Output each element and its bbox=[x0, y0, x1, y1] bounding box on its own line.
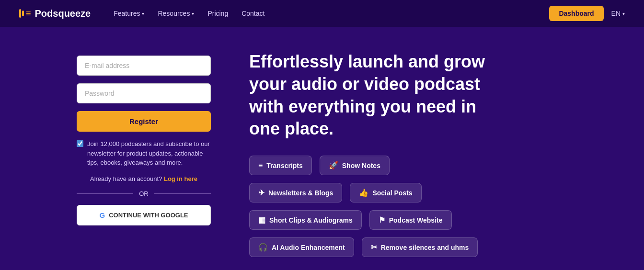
newsletter-consent: Join 12,000 podcasters and subscribe to … bbox=[77, 139, 211, 168]
feature-short-clips: ▦ Short Clips & Audiograms bbox=[249, 210, 362, 230]
password-field[interactable] bbox=[77, 83, 211, 103]
features-row-0: ≡ Transcripts 🚀 Show Notes bbox=[249, 156, 615, 175]
nav-resources[interactable]: Resources ▾ bbox=[158, 10, 194, 17]
feature-transcripts: ≡ Transcripts bbox=[249, 156, 312, 175]
nav-contact[interactable]: Contact bbox=[242, 10, 264, 17]
language-selector[interactable]: EN ▾ bbox=[611, 10, 625, 17]
show-notes-icon: 🚀 bbox=[329, 161, 338, 170]
feature-show-notes: 🚀 Show Notes bbox=[320, 156, 390, 175]
features-row-3: 🎧 AI Audio Enhancement ✂ Remove silences… bbox=[249, 237, 615, 257]
nav-features[interactable]: Features ▾ bbox=[114, 10, 144, 17]
or-divider: OR bbox=[77, 190, 211, 197]
dashboard-button[interactable]: Dashboard bbox=[549, 6, 603, 21]
logo-bar-1 bbox=[19, 9, 21, 18]
chevron-down-icon: ▾ bbox=[192, 11, 194, 16]
podcast-website-icon: ⚑ bbox=[379, 215, 385, 225]
ai-audio-icon: 🎧 bbox=[258, 243, 268, 252]
google-icon: G bbox=[99, 211, 105, 219]
short-clips-icon: ▦ bbox=[258, 215, 265, 225]
chevron-down-icon: ▾ bbox=[142, 11, 144, 16]
newsletters-icon: ✈ bbox=[258, 188, 264, 197]
social-posts-icon: 👍 bbox=[359, 188, 368, 197]
newsletter-text: Join 12,000 podcasters and subscribe to … bbox=[87, 139, 211, 168]
logo[interactable]: ≡ Podsqueeze bbox=[19, 8, 91, 19]
navigation: ≡ Podsqueeze Features ▾ Resources ▾ Pric… bbox=[0, 0, 644, 27]
newsletter-checkbox[interactable] bbox=[77, 140, 83, 147]
features-row-2: ▦ Short Clips & Audiograms ⚑ Podcast Web… bbox=[249, 210, 615, 230]
email-field[interactable] bbox=[77, 56, 211, 76]
logo-icon: ≡ bbox=[19, 9, 31, 19]
divider-left bbox=[77, 193, 133, 194]
register-button[interactable]: Register bbox=[77, 111, 211, 132]
login-link[interactable]: Log in here bbox=[164, 175, 197, 182]
chevron-down-icon: ▾ bbox=[622, 11, 625, 16]
features-row-1: ✈ Newsletters & Blogs 👍 Social Posts bbox=[249, 183, 615, 202]
logo-bar-2 bbox=[22, 11, 24, 16]
hero-title: Effortlessly launch and grow your audio … bbox=[249, 51, 508, 140]
features-grid: ≡ Transcripts 🚀 Show Notes ✈ Newsletters… bbox=[249, 156, 615, 257]
already-account-row: Already have an account? Log in here bbox=[77, 175, 211, 182]
feature-newsletters: ✈ Newsletters & Blogs bbox=[249, 183, 342, 202]
logo-text: Podsqueeze bbox=[35, 8, 91, 19]
transcripts-icon: ≡ bbox=[258, 161, 263, 170]
register-form: Register Join 12,000 podcasters and subs… bbox=[77, 46, 211, 225]
google-signin-button[interactable]: G CONTINUE WITH GOOGLE bbox=[77, 205, 211, 225]
feature-podcast-website: ⚑ Podcast Website bbox=[369, 210, 452, 230]
hero-section: Effortlessly launch and grow your audio … bbox=[249, 46, 615, 257]
nav-links: Features ▾ Resources ▾ Pricing Contact bbox=[114, 10, 534, 17]
nav-right: Dashboard EN ▾ bbox=[549, 6, 625, 21]
nav-pricing[interactable]: Pricing bbox=[207, 10, 228, 17]
logo-lines-icon: ≡ bbox=[26, 9, 31, 19]
feature-remove-silences: ✂ Remove silences and uhms bbox=[362, 237, 478, 257]
feature-ai-audio: 🎧 AI Audio Enhancement bbox=[249, 237, 354, 257]
divider-right bbox=[154, 193, 211, 194]
remove-silences-icon: ✂ bbox=[371, 243, 377, 252]
main-content: Register Join 12,000 podcasters and subs… bbox=[0, 27, 644, 270]
feature-social-posts: 👍 Social Posts bbox=[350, 183, 421, 202]
